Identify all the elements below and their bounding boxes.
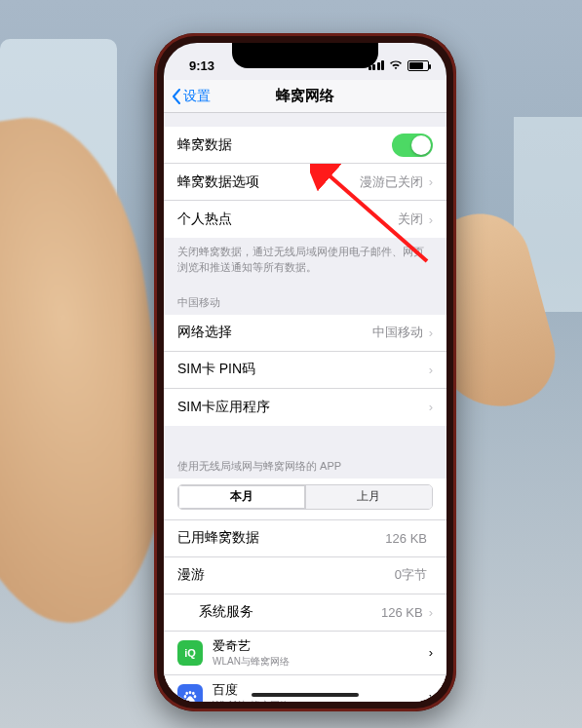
chevron-left-icon bbox=[172, 89, 181, 104]
row-system-services[interactable]: 系统服务 126 KB › bbox=[164, 594, 446, 632]
back-button[interactable]: 设置 bbox=[172, 80, 211, 112]
row-roaming[interactable]: 漫游 0字节 bbox=[164, 557, 446, 594]
value-system: 126 KB bbox=[381, 605, 423, 620]
home-indicator[interactable] bbox=[252, 693, 359, 697]
label-network-select: 网络选择 bbox=[177, 324, 372, 341]
baidu-app-icon bbox=[177, 684, 203, 702]
notch bbox=[232, 43, 378, 68]
row-sim-pin[interactable]: SIM卡 PIN码 › bbox=[164, 352, 446, 389]
nav-bar: 设置 蜂窝网络 bbox=[164, 80, 446, 113]
chevron-right-icon: › bbox=[429, 645, 433, 660]
label-hotspot: 个人热点 bbox=[177, 211, 398, 228]
chevron-right-icon: › bbox=[429, 326, 433, 340]
iphone-device-frame: 9:13 设置 蜂窝网络 bbox=[154, 33, 456, 711]
row-cellular-data[interactable]: 蜂窝数据 bbox=[164, 127, 446, 164]
usage-section-header: 使用无线局域网与蜂窝网络的 APP bbox=[164, 449, 446, 479]
label-system: 系统服务 bbox=[177, 603, 381, 621]
row-network-select[interactable]: 网络选择 中国移动 › bbox=[164, 315, 446, 352]
chevron-right-icon: › bbox=[429, 363, 433, 377]
chevron-right-icon: › bbox=[429, 174, 433, 189]
wifi-icon bbox=[389, 60, 403, 70]
value-network-select: 中国移动 bbox=[372, 324, 423, 341]
label-cellular-data: 蜂窝数据 bbox=[177, 136, 392, 154]
app-sub-iqiyi: WLAN与蜂窝网络 bbox=[213, 655, 429, 669]
label-roaming: 漫游 bbox=[177, 566, 395, 584]
row-used-data[interactable]: 已用蜂窝数据 126 KB bbox=[164, 520, 446, 557]
status-time: 9:13 bbox=[189, 58, 214, 73]
chevron-right-icon: › bbox=[429, 605, 433, 620]
chevron-right-icon: › bbox=[429, 212, 433, 227]
page-title: 蜂窝网络 bbox=[276, 87, 334, 105]
row-sim-apps[interactable]: SIM卡应用程序 › bbox=[164, 389, 446, 426]
chevron-right-icon: › bbox=[429, 400, 433, 414]
label-used-data: 已用蜂窝数据 bbox=[177, 529, 385, 547]
label-cellular-options: 蜂窝数据选项 bbox=[177, 173, 360, 191]
segment-last-month[interactable]: 上月 bbox=[306, 485, 433, 509]
app-row-baidu[interactable]: 百度 WLAN与蜂窝网络 › bbox=[164, 675, 446, 702]
app-sub-baidu: WLAN与蜂窝网络 bbox=[213, 699, 429, 702]
value-hotspot: 关闭 bbox=[398, 211, 423, 228]
value-used-data: 126 KB bbox=[385, 531, 427, 546]
screen: 9:13 设置 蜂窝网络 bbox=[164, 43, 446, 702]
battery-icon bbox=[407, 60, 429, 71]
segment-this-month[interactable]: 本月 bbox=[178, 485, 306, 509]
app-row-iqiyi[interactable]: iQ 爱奇艺 WLAN与蜂窝网络 › bbox=[164, 632, 446, 675]
cellular-off-note: 关闭蜂窝数据，通过无线局域网使用电子邮件、网页浏览和推送通知等所有数据。 bbox=[164, 238, 446, 286]
iqiyi-app-icon: iQ bbox=[177, 640, 203, 666]
value-roaming: 0字节 bbox=[395, 566, 427, 584]
row-cellular-options[interactable]: 蜂窝数据选项 漫游已关闭 › bbox=[164, 164, 446, 201]
app-name-iqiyi: 爱奇艺 bbox=[213, 637, 429, 655]
chevron-right-icon: › bbox=[429, 689, 433, 702]
cellular-data-toggle[interactable] bbox=[392, 134, 433, 157]
label-sim-apps: SIM卡应用程序 bbox=[177, 399, 429, 416]
row-personal-hotspot[interactable]: 个人热点 关闭 › bbox=[164, 201, 446, 238]
back-label: 设置 bbox=[183, 88, 211, 105]
usage-segment: 本月 上月 bbox=[164, 479, 446, 520]
label-sim-pin: SIM卡 PIN码 bbox=[177, 361, 429, 378]
carrier-section-header: 中国移动 bbox=[164, 286, 446, 315]
value-cellular-options: 漫游已关闭 bbox=[360, 173, 423, 191]
